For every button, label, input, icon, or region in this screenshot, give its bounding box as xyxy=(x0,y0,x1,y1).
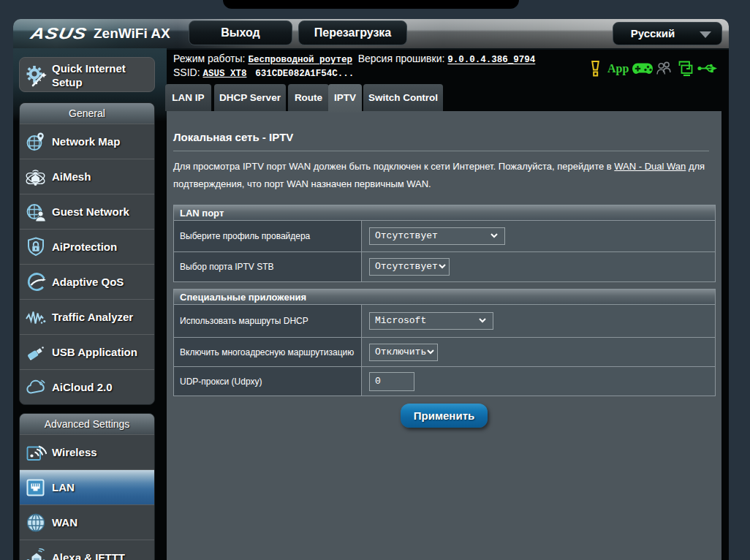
svg-text:App: App xyxy=(607,62,629,75)
